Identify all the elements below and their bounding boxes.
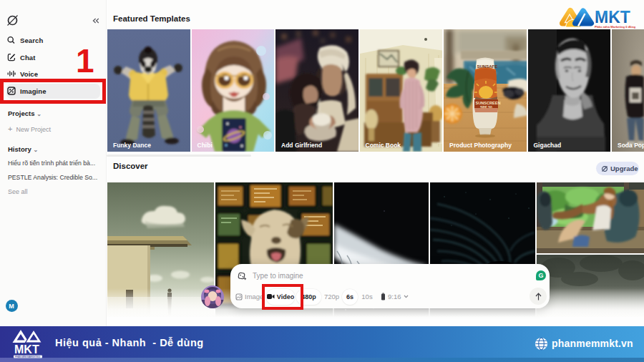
svg-text:Phần mềm Marketing 0 đồng: Phần mềm Marketing 0 đồng bbox=[595, 25, 635, 29]
svg-text:MKT: MKT bbox=[595, 8, 630, 26]
svg-text:MKT: MKT bbox=[14, 343, 39, 356]
svg-text:SUNSAFE: SUNSAFE bbox=[477, 64, 498, 69]
svg-text:PHẦN MỀM MARKETING: PHẦN MỀM MARKETING bbox=[15, 355, 41, 358]
